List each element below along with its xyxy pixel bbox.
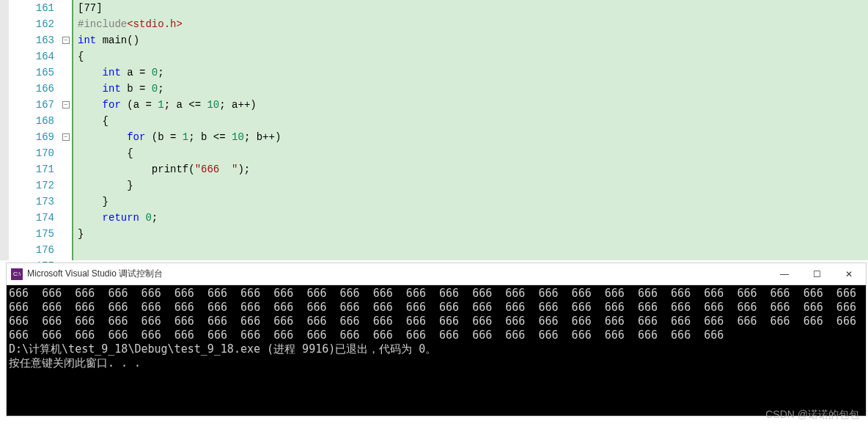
- line-number-gutter: 1611621631641651661671681691701711721731…: [9, 0, 60, 260]
- line-number: 166: [9, 81, 54, 97]
- code-line[interactable]: int b = 0;: [78, 81, 868, 97]
- watermark: CSDN @诺诺的包包: [765, 408, 859, 422]
- code-line[interactable]: }: [78, 194, 868, 210]
- code-line[interactable]: for (b = 1; b <= 10; b++): [78, 129, 868, 145]
- code-line[interactable]: #include<stdio.h>: [78, 16, 868, 32]
- close-button[interactable]: ✕: [833, 264, 865, 284]
- console-icon: C:\: [11, 268, 23, 280]
- line-number: 161: [9, 0, 54, 16]
- console-window: C:\ Microsoft Visual Studio 调试控制台 — ☐ ✕ …: [6, 262, 867, 416]
- line-number: 162: [9, 16, 54, 32]
- line-number: 171: [9, 161, 54, 177]
- line-number: 174: [9, 210, 54, 226]
- code-line[interactable]: return 0;: [78, 210, 868, 226]
- console-title: Microsoft Visual Studio 调试控制台: [27, 268, 768, 280]
- code-editor[interactable]: 1611621631641651661671681691701711721731…: [0, 0, 868, 260]
- line-number: 176: [9, 242, 54, 258]
- fold-margin[interactable]: −−−: [60, 0, 73, 260]
- minimize-button[interactable]: —: [768, 264, 801, 284]
- line-number: 168: [9, 113, 54, 129]
- console-output[interactable]: 666 666 666 666 666 666 666 666 666 666 …: [7, 285, 866, 416]
- line-number: 163: [9, 32, 54, 48]
- fold-toggle-icon[interactable]: −: [62, 133, 70, 141]
- code-line[interactable]: {: [78, 145, 868, 161]
- maximize-button[interactable]: ☐: [801, 264, 833, 284]
- code-line[interactable]: int a = 0;: [78, 65, 868, 81]
- code-line[interactable]: int main(): [78, 32, 868, 48]
- code-line[interactable]: {: [78, 113, 868, 129]
- console-titlebar[interactable]: C:\ Microsoft Visual Studio 调试控制台 — ☐ ✕: [7, 263, 866, 285]
- code-area[interactable]: [77]#include<stdio.h>int main(){ int a =…: [73, 0, 868, 260]
- code-line[interactable]: [78, 242, 868, 258]
- fold-toggle-icon[interactable]: −: [62, 101, 70, 109]
- line-number: 164: [9, 48, 54, 65]
- code-line[interactable]: printf("666 ");: [78, 161, 868, 177]
- code-line[interactable]: [77]: [78, 0, 868, 16]
- line-number: 165: [9, 65, 54, 81]
- line-number: 169: [9, 129, 54, 145]
- code-line[interactable]: {: [78, 48, 868, 65]
- line-number: 170: [9, 145, 54, 161]
- code-line[interactable]: for (a = 1; a <= 10; a++): [78, 97, 868, 113]
- code-line[interactable]: }: [78, 226, 868, 242]
- line-number: 175: [9, 226, 54, 242]
- window-controls: — ☐ ✕: [768, 264, 865, 284]
- line-number: 173: [9, 194, 54, 210]
- line-number: 172: [9, 177, 54, 194]
- fold-toggle-icon[interactable]: −: [62, 37, 70, 44]
- line-number: 167: [9, 97, 54, 113]
- code-line[interactable]: }: [78, 177, 868, 194]
